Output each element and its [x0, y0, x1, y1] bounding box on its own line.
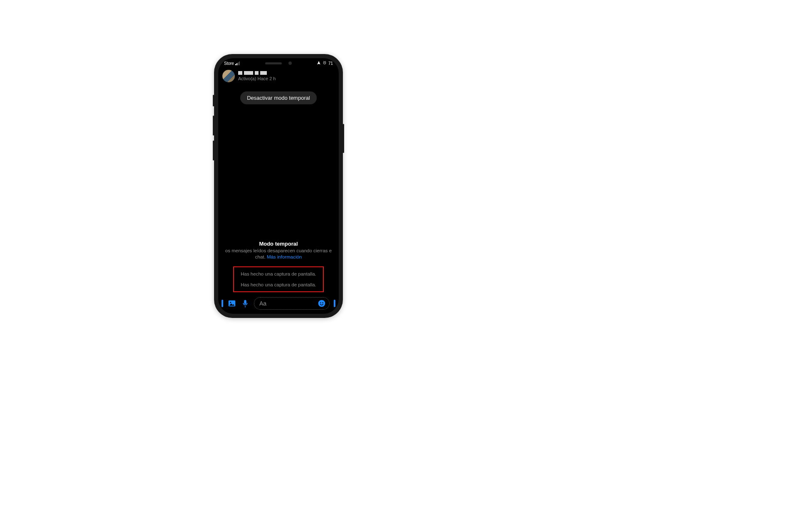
- vanish-mode-description: os mensajes leídos desaparecen cuando ci…: [225, 248, 332, 261]
- message-input-placeholder: Aa: [259, 300, 314, 307]
- vanish-mode-info: Modo temporal os mensajes leídos desapar…: [223, 241, 334, 261]
- svg-point-4: [318, 300, 325, 307]
- status-back-app-label[interactable]: Store: [224, 61, 234, 66]
- alarm-icon: [323, 61, 327, 66]
- accent-decoration: [334, 300, 335, 307]
- signal-strength-icon: [235, 62, 240, 65]
- microphone-icon[interactable]: [241, 299, 250, 308]
- phone-volume-up: [213, 116, 214, 135]
- more-info-link[interactable]: Más información: [267, 254, 302, 259]
- phone-camera-dot: [288, 62, 292, 65]
- screenshot-notice: Has hecho una captura de pantalla.: [241, 271, 316, 276]
- screenshot-notice: Has hecho una captura de pantalla.: [241, 282, 316, 287]
- svg-point-5: [320, 302, 321, 303]
- svg-point-6: [322, 302, 323, 303]
- accent-decoration: [222, 300, 223, 307]
- phone-frame: Store 71 Activo(a) Hace 2 h: [214, 54, 343, 318]
- chat-body: Desactivar modo temporal Modo temporal o…: [218, 85, 339, 295]
- contact-activity-status: Activo(a) Hace 2 h: [238, 76, 276, 81]
- battery-percent: 71: [328, 61, 333, 66]
- disable-vanish-mode-label: Desactivar modo temporal: [247, 95, 310, 101]
- vanish-mode-desc-line1: os mensajes leídos desaparecen cuando ci…: [225, 248, 332, 253]
- avatar[interactable]: [222, 70, 235, 82]
- annotation-highlight-box: Has hecho una captura de pantalla. Has h…: [233, 266, 324, 292]
- status-bar-right: 71: [317, 61, 333, 66]
- phone-power-button: [343, 124, 344, 153]
- phone-mute-switch: [213, 95, 214, 106]
- message-input-bar: Aa: [218, 295, 339, 314]
- gallery-icon[interactable]: [227, 299, 236, 308]
- vanish-mode-desc-line2: chat.: [255, 254, 267, 259]
- phone-screen: Store 71 Activo(a) Hace 2 h: [218, 58, 339, 314]
- svg-point-2: [230, 302, 231, 303]
- chat-header[interactable]: Activo(a) Hace 2 h: [218, 68, 339, 85]
- phone-speaker: [265, 62, 282, 64]
- contact-name-redacted: [238, 71, 276, 75]
- status-bar-left: Store: [224, 61, 240, 66]
- phone-notch: [251, 58, 305, 68]
- location-icon: [317, 61, 321, 66]
- chat-header-info: Activo(a) Hace 2 h: [238, 71, 276, 81]
- svg-rect-3: [244, 300, 246, 304]
- emoji-icon[interactable]: [318, 299, 326, 308]
- disable-vanish-mode-button[interactable]: Desactivar modo temporal: [240, 91, 317, 104]
- message-input[interactable]: Aa: [254, 297, 330, 310]
- phone-volume-down: [213, 140, 214, 160]
- vanish-mode-title: Modo temporal: [225, 241, 332, 247]
